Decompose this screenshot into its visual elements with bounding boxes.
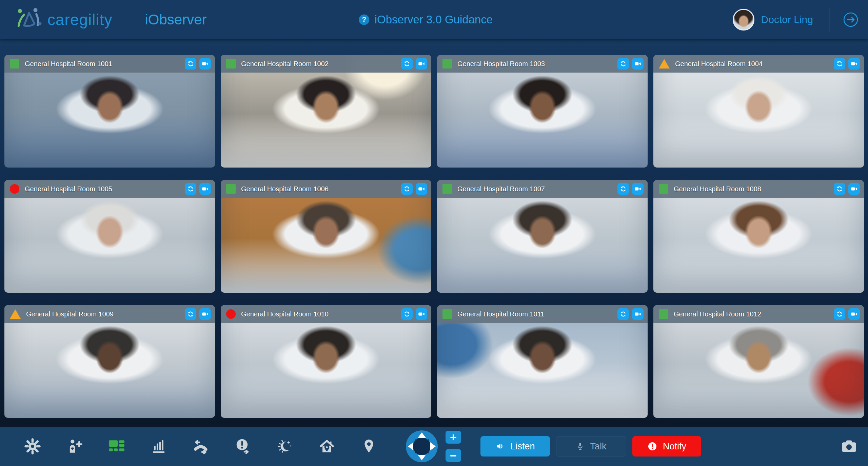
status-indicator [10,309,21,319]
video-camera-icon [201,60,209,67]
camera-button[interactable] [632,183,644,195]
call-transfer-button[interactable] [192,438,210,455]
patient-tile[interactable]: General Hospital Room 1007 [437,180,648,293]
patient-tile[interactable]: General Hospital Room 1011 [437,305,648,418]
refresh-button[interactable] [834,183,845,195]
camera-button[interactable] [848,308,860,320]
status-indicator [442,59,452,69]
snapshot-button[interactable] [840,437,859,456]
video-camera-icon [634,310,642,318]
location-pin-icon [360,438,377,455]
refresh-button[interactable] [401,183,413,195]
room-title: General Hospital Room 1011 [457,310,544,318]
call-transfer-icon [192,438,209,455]
camera-button[interactable] [848,183,860,195]
refresh-icon [836,60,843,67]
stats-button[interactable] [150,438,167,455]
guidance-link[interactable]: ? iObserver 3.0 Guidance [358,13,493,26]
brand-name: caregility [47,11,113,29]
patient-tile[interactable]: General Hospital Room 1004 [653,55,864,168]
header-divider [829,8,829,32]
camera-button[interactable] [632,58,644,70]
refresh-button[interactable] [185,183,196,195]
camera-button[interactable] [416,183,427,195]
refresh-button[interactable] [617,308,629,320]
room-title: General Hospital Room 1002 [241,60,329,68]
svg-text:?: ? [362,16,366,24]
tile-header: General Hospital Room 1010 [221,305,431,323]
refresh-button[interactable] [617,58,629,70]
talk-button[interactable]: Talk [556,436,626,457]
tile-actions [834,183,860,195]
caregility-logo-icon [14,5,43,34]
listen-button[interactable]: Listen [480,436,550,457]
patient-tile[interactable]: General Hospital Room 1006 [221,180,431,293]
patient-tile[interactable]: General Hospital Room 1002 [221,55,431,168]
help-question-icon: ? [358,14,370,25]
camera-button[interactable] [632,308,644,320]
refresh-button[interactable] [834,308,845,320]
status-indicator [442,184,452,194]
brand: caregility [14,5,113,34]
layout-button[interactable] [108,438,125,455]
video-camera-icon [634,185,642,193]
mic-icon [576,442,585,451]
location-button[interactable] [360,438,378,455]
refresh-button[interactable] [185,58,196,70]
tile-actions [185,308,211,320]
patient-tile[interactable]: General Hospital Room 1005 [4,180,215,293]
alert-forward-button[interactable] [234,438,252,455]
patient-tile[interactable]: General Hospital Room 1010 [221,305,431,418]
refresh-icon [187,310,194,318]
tile-actions [617,58,644,70]
tile-header: General Hospital Room 1004 [653,55,864,73]
video-camera-icon [201,310,209,318]
tile-header: General Hospital Room 1002 [221,55,431,73]
video-camera-icon [850,310,858,318]
patient-tile[interactable]: General Hospital Room 1001 [4,55,215,168]
settings-button[interactable] [24,438,41,455]
tile-header: General Hospital Room 1008 [653,180,864,198]
patient-tile[interactable]: General Hospital Room 1008 [653,180,864,293]
tile-actions [185,58,211,70]
refresh-button[interactable] [401,58,413,70]
tile-header: General Hospital Room 1001 [4,55,215,73]
tile-actions [401,183,427,195]
tile-header: General Hospital Room 1007 [437,180,648,198]
refresh-button[interactable] [617,183,629,195]
camera-button[interactable] [199,58,211,70]
refresh-button[interactable] [185,308,196,320]
zoom-out-button[interactable]: − [446,449,461,462]
patient-tile[interactable]: General Hospital Room 1003 [437,55,648,168]
user-avatar[interactable] [733,9,754,31]
refresh-button[interactable] [401,308,413,320]
speaker-icon [495,442,505,451]
alert-forward-icon [234,438,251,455]
night-mode-button[interactable] [276,438,294,455]
zoom-in-button[interactable]: + [446,431,461,444]
camera-button[interactable] [416,308,427,320]
camera-button[interactable] [199,183,211,195]
logout-arrow-icon[interactable] [843,12,859,27]
patient-tile[interactable]: General Hospital Room 1012 [653,305,864,418]
snapshot-camera-icon [840,437,858,455]
video-camera-icon [418,310,425,318]
camera-button[interactable] [416,58,427,70]
tile-header: General Hospital Room 1003 [437,55,648,73]
camera-button[interactable] [199,308,211,320]
status-indicator [10,184,19,194]
home-location-icon [318,438,335,455]
home-button[interactable] [318,438,336,455]
tile-actions [834,308,860,320]
patient-tile[interactable]: General Hospital Room 1009 [4,305,215,418]
refresh-button[interactable] [834,58,845,70]
status-indicator [659,309,668,319]
camera-button[interactable] [848,58,860,70]
ptz-dpad[interactable] [405,429,439,463]
notify-button[interactable]: Notify [632,436,701,457]
add-patient-icon [66,438,83,455]
add-patient-button[interactable] [66,438,83,455]
tile-header: General Hospital Room 1011 [437,305,648,323]
refresh-icon [836,185,843,193]
app-header: caregility iObserver ? iObserver 3.0 Gui… [0,0,868,39]
